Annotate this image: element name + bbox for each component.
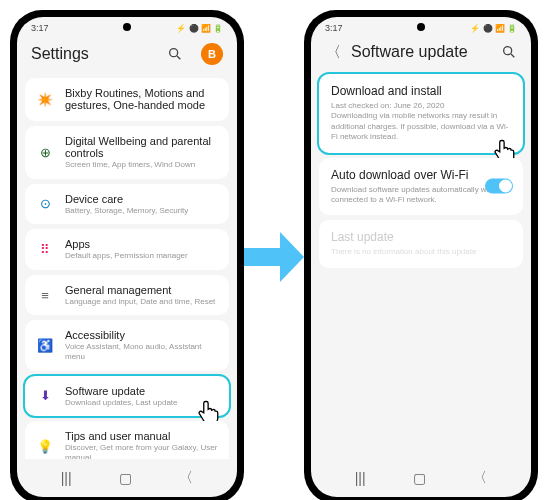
card-subtitle: Last checked on: June 26, 2020Downloadin… [331,101,511,143]
status-time: 3:17 [31,23,49,33]
row-subtitle: Default apps, Permission manager [65,251,219,261]
row-title: Device care [65,193,219,205]
row-title: Bixby Routines, Motions and gestures, On… [65,87,219,111]
back-icon[interactable]: 〈 [325,44,341,60]
card-subtitle: Download software updates automatically … [331,185,511,206]
row-title: General management [65,284,219,296]
back-button[interactable]: 〈 [179,469,193,487]
page-title: Settings [31,45,157,63]
card-auto-download-over-wi-fi[interactable]: Auto download over Wi-FiDownload softwar… [319,158,523,216]
row-icon: ⠿ [35,239,55,259]
recents-button[interactable]: ||| [61,470,72,486]
row-subtitle: Screen time, App timers, Wind Down [65,160,219,170]
search-icon[interactable] [167,46,183,62]
row-icon: ⬇ [35,386,55,406]
row-title: Tips and user manual [65,430,219,442]
camera-punch [417,23,425,31]
search-icon[interactable] [501,44,517,60]
nav-bar: ||| ▢ 〈 [311,459,531,497]
row-subtitle: Voice Assistant, Mono audio, Assistant m… [65,342,219,361]
profile-avatar[interactable]: B [201,43,223,65]
status-time: 3:17 [325,23,343,33]
row-icon: ✴️ [35,90,55,110]
card-download-and-install[interactable]: Download and installLast checked on: Jun… [319,74,523,153]
recents-button[interactable]: ||| [355,470,366,486]
settings-row-general[interactable]: ≡General managementLanguage and input, D… [25,275,229,316]
card-title: Last update [331,230,511,244]
row-icon: ⊙ [35,194,55,214]
svg-point-2 [504,47,512,55]
row-icon: 💡 [35,436,55,456]
card-title: Auto download over Wi-Fi [331,168,511,182]
home-button[interactable]: ▢ [119,470,132,486]
phone-left: 3:17 ⚡ ⚫ 📶 🔋 Settings B ✴️Bixby Routines… [10,10,244,500]
camera-punch [123,23,131,31]
svg-line-1 [177,56,180,59]
card-title: Download and install [331,84,511,98]
settings-header: Settings B [17,35,237,73]
settings-row-software[interactable]: ⬇Software updateDownload updates, Last u… [25,376,229,417]
arrow-icon [244,232,304,282]
status-icons: ⚡ ⚫ 📶 🔋 [470,24,517,33]
page-title: Software update [351,43,491,61]
row-title: Accessibility [65,329,219,341]
wifi-toggle[interactable] [485,179,513,194]
row-subtitle: Discover, Get more from your Galaxy, Use… [65,443,219,459]
row-subtitle: Battery, Storage, Memory, Security [65,206,219,216]
row-icon: ⊕ [35,142,55,162]
svg-line-3 [511,54,514,57]
row-icon: ♿ [35,335,55,355]
row-title: Software update [65,385,219,397]
software-update-header: 〈 Software update [311,35,531,69]
settings-row-bixby[interactable]: ✴️Bixby Routines, Motions and gestures, … [25,78,229,121]
nav-bar: ||| ▢ 〈 [17,459,237,497]
svg-point-0 [170,49,178,57]
back-button[interactable]: 〈 [473,469,487,487]
phone-right: 3:17 ⚡ ⚫ 📶 🔋 〈 Software update Download … [304,10,538,500]
row-icon: ≡ [35,285,55,305]
row-subtitle: Language and input, Date and time, Reset [65,297,219,307]
home-button[interactable]: ▢ [413,470,426,486]
status-icons: ⚡ ⚫ 📶 🔋 [176,24,223,33]
settings-row-device[interactable]: ⊙Device careBattery, Storage, Memory, Se… [25,184,229,225]
row-title: Digital Wellbeing and parental controls [65,135,219,159]
card-last-update: Last updateThere is no information about… [319,220,523,267]
card-subtitle: There is no information about this updat… [331,247,511,257]
row-title: Apps [65,238,219,250]
settings-row-accessibility[interactable]: ♿AccessibilityVoice Assistant, Mono audi… [25,320,229,370]
settings-row-tips[interactable]: 💡Tips and user manualDiscover, Get more … [25,421,229,459]
settings-row-digital[interactable]: ⊕Digital Wellbeing and parental controls… [25,126,229,179]
settings-row-apps[interactable]: ⠿AppsDefault apps, Permission manager [25,229,229,270]
